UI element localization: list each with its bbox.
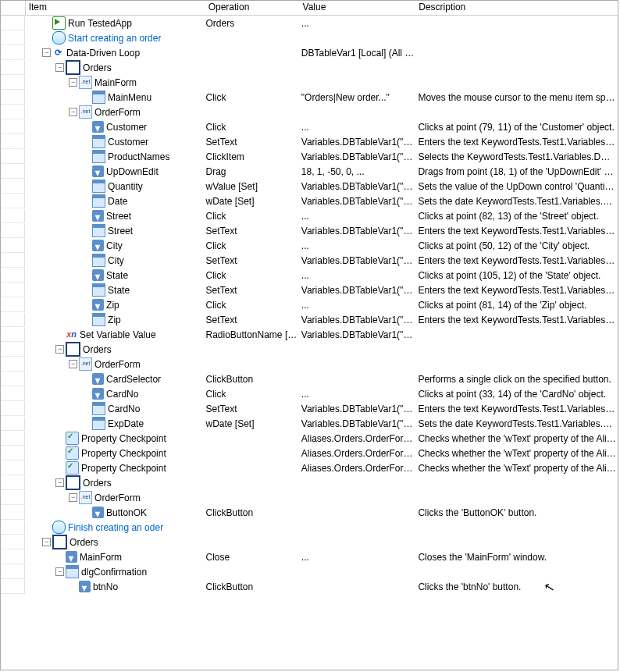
gutter-cell[interactable] bbox=[1, 165, 25, 179]
gutter-cell[interactable] bbox=[1, 120, 25, 134]
value-cell[interactable]: ... bbox=[300, 389, 417, 400]
description-cell[interactable]: Drags from point (18, 1) of the 'UpDownE… bbox=[416, 166, 618, 177]
tree-row[interactable]: ExpDatewDate [Set]Variables.DBTableVar1(… bbox=[1, 416, 618, 431]
gutter-cell[interactable] bbox=[1, 372, 25, 386]
value-cell[interactable]: Variables.DBTableVar1("Stre... bbox=[300, 226, 417, 236]
value-cell[interactable]: Variables.DBTableVar1("Expi... bbox=[300, 418, 417, 429]
operation-cell[interactable]: ClickButton bbox=[204, 507, 299, 518]
tree-row[interactable]: DatewDate [Set]Variables.DBTableVar1("Da… bbox=[1, 194, 618, 208]
description-cell[interactable]: Clicks at point (50, 12) of the 'City' o… bbox=[416, 240, 618, 251]
value-cell[interactable]: Variables.DBTableVar1("Qua... bbox=[300, 181, 417, 192]
description-cell[interactable]: Clicks the 'ButtonOK' button. bbox=[416, 507, 618, 518]
operation-cell[interactable]: Click bbox=[204, 300, 299, 311]
gutter-cell[interactable] bbox=[1, 254, 25, 268]
item-cell[interactable]: Start creating an order bbox=[25, 31, 204, 45]
item-cell[interactable]: Property Checkpoint bbox=[25, 461, 204, 475]
col-value-header[interactable]: Value bbox=[300, 1, 416, 15]
item-cell[interactable]: City bbox=[25, 254, 204, 268]
value-cell[interactable]: "Orders|New order..." bbox=[300, 92, 417, 103]
description-cell[interactable]: Clicks the 'btnNo' button. bbox=[416, 581, 618, 592]
operation-cell[interactable]: SetText bbox=[204, 404, 299, 414]
gutter-cell[interactable] bbox=[1, 135, 25, 149]
tree-row[interactable]: −OrderForm bbox=[1, 105, 618, 119]
gutter-cell[interactable] bbox=[1, 461, 25, 475]
value-cell[interactable]: Aliases.Orders.OrderForm.G... bbox=[300, 448, 417, 459]
tree-row[interactable]: −Orders bbox=[1, 475, 618, 490]
gutter-cell[interactable] bbox=[1, 298, 25, 312]
value-cell[interactable]: 18, 1, -50, 0, ... bbox=[300, 166, 417, 177]
tree-row[interactable]: −OrderForm bbox=[1, 490, 618, 505]
gutter-cell[interactable] bbox=[1, 105, 25, 119]
col-operation-header[interactable]: Operation bbox=[205, 1, 300, 15]
value-cell[interactable]: ... bbox=[300, 240, 417, 251]
item-cell[interactable]: ExpDate bbox=[25, 417, 204, 431]
item-cell[interactable]: −Orders bbox=[25, 60, 204, 75]
tree-row[interactable]: StreetSetTextVariables.DBTableVar1("Stre… bbox=[1, 223, 618, 238]
gutter-cell[interactable] bbox=[1, 506, 25, 520]
description-cell[interactable]: Enters the text KeywordTests.Test1.Varia… bbox=[416, 226, 618, 236]
description-cell[interactable]: Clicks at point (105, 12) of the 'State'… bbox=[416, 270, 618, 281]
tree-row[interactable]: −dlgConfirmation bbox=[1, 564, 618, 579]
gutter-cell[interactable] bbox=[1, 150, 25, 164]
gutter-cell[interactable] bbox=[1, 521, 25, 535]
gutter-cell[interactable] bbox=[1, 76, 25, 90]
collapse-toggle-icon[interactable]: − bbox=[42, 538, 51, 546]
gutter-cell[interactable] bbox=[1, 402, 25, 416]
item-cell[interactable]: −dlgConfirmation bbox=[25, 565, 204, 579]
gutter-cell[interactable] bbox=[1, 535, 25, 549]
gutter-cell[interactable] bbox=[1, 476, 25, 490]
gutter-cell[interactable] bbox=[1, 357, 25, 372]
tree-row[interactable]: Property CheckpointAliases.Orders.OrderF… bbox=[1, 460, 618, 475]
description-cell[interactable]: Clicks at point (33, 14) of the 'CardNo'… bbox=[416, 389, 618, 400]
item-cell[interactable]: Customer bbox=[25, 135, 204, 149]
operation-cell[interactable]: Drag bbox=[204, 166, 299, 177]
collapse-toggle-icon[interactable]: − bbox=[55, 345, 64, 354]
value-cell[interactable]: ... bbox=[300, 122, 417, 133]
value-cell[interactable]: ... bbox=[300, 552, 417, 563]
description-cell[interactable]: Enters the text KeywordTests.Test1.Varia… bbox=[416, 315, 618, 325]
gutter-cell[interactable] bbox=[1, 550, 25, 564]
item-cell[interactable]: Zip bbox=[25, 313, 204, 327]
value-cell[interactable]: ... bbox=[300, 270, 417, 281]
tree-row[interactable]: btnNoClickButtonClicks the 'btnNo' butto… bbox=[1, 579, 618, 594]
gutter-cell[interactable] bbox=[1, 239, 25, 253]
gutter-cell[interactable] bbox=[1, 46, 25, 60]
item-cell[interactable]: −OrderForm bbox=[25, 357, 204, 372]
gutter-cell[interactable] bbox=[1, 565, 25, 579]
operation-cell[interactable]: SetText bbox=[204, 315, 299, 325]
description-cell[interactable]: Clicks at point (81, 14) of the 'Zip' ob… bbox=[416, 300, 618, 311]
operation-cell[interactable]: SetText bbox=[204, 285, 299, 296]
value-cell[interactable]: Aliases.Orders.OrderForm.G... bbox=[300, 463, 417, 474]
collapse-toggle-icon[interactable]: − bbox=[55, 567, 64, 576]
item-cell[interactable]: −OrderForm bbox=[25, 491, 204, 505]
gutter-cell[interactable] bbox=[1, 61, 25, 75]
item-cell[interactable]: −Orders bbox=[25, 342, 204, 357]
tree-row[interactable]: MainMenuClick"Orders|New order..."Moves … bbox=[1, 90, 618, 105]
gutter-cell[interactable] bbox=[1, 224, 25, 238]
col-item-header[interactable]: Item bbox=[26, 1, 205, 15]
description-cell[interactable]: Clicks at point (79, 11) of the 'Custome… bbox=[416, 122, 618, 133]
collapse-toggle-icon[interactable]: − bbox=[69, 78, 77, 87]
item-cell[interactable]: Property Checkpoint bbox=[25, 432, 204, 446]
tree-row[interactable]: CustomerSetTextVariables.DBTableVar1("Na… bbox=[1, 134, 618, 149]
item-cell[interactable]: −Data-Driven Loop bbox=[25, 46, 204, 60]
item-cell[interactable]: ProductNames bbox=[25, 150, 204, 164]
description-cell[interactable]: Enters the text KeywordTests.Test1.Varia… bbox=[416, 137, 618, 148]
value-cell[interactable]: Variables.DBTableVar1("Nam... bbox=[300, 137, 417, 148]
tree-row[interactable]: ProductNamesClickItemVariables.DBTableVa… bbox=[1, 149, 618, 164]
gutter-cell[interactable] bbox=[1, 343, 25, 357]
description-cell[interactable]: Enters the text KeywordTests.Test1.Varia… bbox=[416, 404, 618, 414]
item-cell[interactable]: −Orders bbox=[25, 535, 204, 549]
item-cell[interactable]: MainForm bbox=[25, 550, 204, 564]
tree-row[interactable]: Run TestedAppOrders... bbox=[1, 16, 618, 30]
operation-cell[interactable]: Orders bbox=[204, 18, 299, 29]
gutter-cell[interactable] bbox=[1, 432, 25, 446]
value-cell[interactable]: ... bbox=[300, 300, 417, 311]
item-cell[interactable]: Customer bbox=[25, 120, 204, 134]
item-cell[interactable]: CardSelector bbox=[25, 372, 204, 386]
gutter-cell[interactable] bbox=[1, 91, 25, 105]
value-cell[interactable]: Aliases.Orders.OrderForm.G... bbox=[300, 433, 417, 444]
gutter-cell[interactable] bbox=[1, 491, 25, 505]
tree-row[interactable]: ZipSetTextVariables.DBTableVar1("ZIP")En… bbox=[1, 312, 618, 327]
item-cell[interactable]: State bbox=[25, 283, 204, 297]
